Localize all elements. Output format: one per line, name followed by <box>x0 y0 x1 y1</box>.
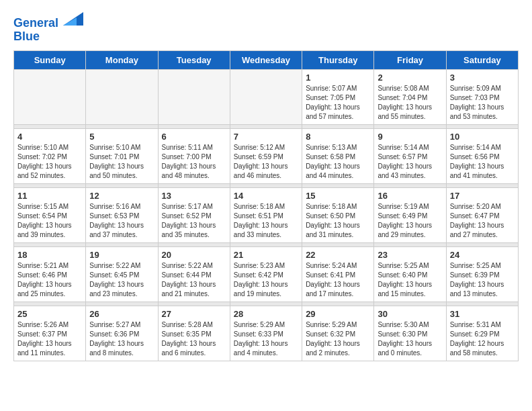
calendar-day: 28Sunrise: 5:29 AMSunset: 6:33 PMDayligh… <box>230 306 302 361</box>
day-info: Sunrise: 5:07 AMSunset: 7:05 PMDaylight:… <box>306 84 370 122</box>
day-info: Sunrise: 5:28 AMSunset: 6:35 PMDaylight:… <box>162 320 226 358</box>
day-number: 4 <box>17 132 82 142</box>
day-number: 23 <box>378 250 442 260</box>
day-info: Sunrise: 5:19 AMSunset: 6:49 PMDaylight:… <box>378 202 442 240</box>
day-number: 24 <box>450 250 515 260</box>
day-info: Sunrise: 5:25 AMSunset: 6:39 PMDaylight:… <box>450 261 515 299</box>
day-info: Sunrise: 5:15 AMSunset: 6:54 PMDaylight:… <box>17 202 82 240</box>
day-info: Sunrise: 5:26 AMSunset: 6:37 PMDaylight:… <box>17 320 82 358</box>
calendar-day <box>158 69 230 124</box>
day-number: 28 <box>234 309 298 319</box>
day-number: 18 <box>17 250 82 260</box>
logo: General Blue <box>13 13 83 44</box>
weekday-header-saturday: Saturday <box>446 50 518 69</box>
day-number: 15 <box>306 191 370 201</box>
day-info: Sunrise: 5:14 AMSunset: 6:57 PMDaylight:… <box>378 143 442 181</box>
calendar-day: 23Sunrise: 5:25 AMSunset: 6:40 PMDayligh… <box>374 246 446 302</box>
day-info: Sunrise: 5:10 AMSunset: 7:01 PMDaylight:… <box>89 143 154 181</box>
day-number: 6 <box>162 132 226 142</box>
day-info: Sunrise: 5:30 AMSunset: 6:30 PMDaylight:… <box>378 320 442 358</box>
calendar-day: 13Sunrise: 5:17 AMSunset: 6:52 PMDayligh… <box>158 187 230 242</box>
day-number: 31 <box>450 309 515 319</box>
day-number: 29 <box>306 309 370 319</box>
weekday-header-friday: Friday <box>374 50 446 69</box>
day-number: 8 <box>306 132 370 142</box>
calendar-day: 19Sunrise: 5:22 AMSunset: 6:45 PMDayligh… <box>86 246 158 302</box>
day-info: Sunrise: 5:27 AMSunset: 6:36 PMDaylight:… <box>89 320 154 358</box>
calendar-table: SundayMondayTuesdayWednesdayThursdayFrid… <box>13 50 519 361</box>
day-number: 21 <box>234 250 298 260</box>
day-info: Sunrise: 5:22 AMSunset: 6:44 PMDaylight:… <box>162 261 226 299</box>
day-info: Sunrise: 5:18 AMSunset: 6:51 PMDaylight:… <box>234 202 298 240</box>
weekday-header-monday: Monday <box>86 50 158 69</box>
weekday-header-sunday: Sunday <box>14 50 86 69</box>
day-info: Sunrise: 5:17 AMSunset: 6:52 PMDaylight:… <box>162 202 226 240</box>
day-number: 16 <box>378 191 442 201</box>
day-info: Sunrise: 5:24 AMSunset: 6:41 PMDaylight:… <box>306 261 370 299</box>
calendar-day: 3Sunrise: 5:09 AMSunset: 7:03 PMDaylight… <box>446 69 518 124</box>
day-number: 7 <box>234 132 298 142</box>
calendar-day: 1Sunrise: 5:07 AMSunset: 7:05 PMDaylight… <box>302 69 374 124</box>
day-info: Sunrise: 5:23 AMSunset: 6:42 PMDaylight:… <box>234 261 298 299</box>
day-info: Sunrise: 5:09 AMSunset: 7:03 PMDaylight:… <box>450 84 515 122</box>
weekday-header-thursday: Thursday <box>302 50 374 69</box>
day-number: 30 <box>378 309 442 319</box>
calendar-day: 5Sunrise: 5:10 AMSunset: 7:01 PMDaylight… <box>86 128 158 183</box>
day-info: Sunrise: 5:12 AMSunset: 6:59 PMDaylight:… <box>234 143 298 181</box>
calendar-day: 6Sunrise: 5:11 AMSunset: 7:00 PMDaylight… <box>158 128 230 183</box>
logo-icon <box>63 11 83 27</box>
day-number: 9 <box>378 132 442 142</box>
day-number: 5 <box>89 132 154 142</box>
day-number: 10 <box>450 132 515 142</box>
calendar-day: 16Sunrise: 5:19 AMSunset: 6:49 PMDayligh… <box>374 187 446 242</box>
day-number: 17 <box>450 191 515 201</box>
page-header: General Blue <box>13 13 519 44</box>
weekday-header-tuesday: Tuesday <box>158 50 230 69</box>
calendar-day: 22Sunrise: 5:24 AMSunset: 6:41 PMDayligh… <box>302 246 374 302</box>
calendar-day: 21Sunrise: 5:23 AMSunset: 6:42 PMDayligh… <box>230 246 302 302</box>
day-info: Sunrise: 5:11 AMSunset: 7:00 PMDaylight:… <box>162 143 226 181</box>
calendar-day: 15Sunrise: 5:18 AMSunset: 6:50 PMDayligh… <box>302 187 374 242</box>
calendar-day: 18Sunrise: 5:21 AMSunset: 6:46 PMDayligh… <box>14 246 86 302</box>
day-info: Sunrise: 5:25 AMSunset: 6:40 PMDaylight:… <box>378 261 442 299</box>
day-number: 26 <box>89 309 154 319</box>
calendar-day <box>86 69 158 124</box>
day-number: 19 <box>89 250 154 260</box>
day-info: Sunrise: 5:14 AMSunset: 6:56 PMDaylight:… <box>450 143 515 181</box>
calendar-day: 12Sunrise: 5:16 AMSunset: 6:53 PMDayligh… <box>86 187 158 242</box>
day-number: 1 <box>306 73 370 83</box>
calendar-day: 26Sunrise: 5:27 AMSunset: 6:36 PMDayligh… <box>86 306 158 361</box>
calendar-day: 31Sunrise: 5:31 AMSunset: 6:29 PMDayligh… <box>446 306 518 361</box>
calendar-week-5: 25Sunrise: 5:26 AMSunset: 6:37 PMDayligh… <box>14 306 519 361</box>
calendar-day: 4Sunrise: 5:10 AMSunset: 7:02 PMDaylight… <box>14 128 86 183</box>
weekday-header-row: SundayMondayTuesdayWednesdayThursdayFrid… <box>14 50 519 69</box>
calendar-day: 8Sunrise: 5:13 AMSunset: 6:58 PMDaylight… <box>302 128 374 183</box>
calendar-week-4: 18Sunrise: 5:21 AMSunset: 6:46 PMDayligh… <box>14 246 519 302</box>
calendar-day: 27Sunrise: 5:28 AMSunset: 6:35 PMDayligh… <box>158 306 230 361</box>
day-number: 22 <box>306 250 370 260</box>
calendar-day: 24Sunrise: 5:25 AMSunset: 6:39 PMDayligh… <box>446 246 518 302</box>
calendar-week-2: 4Sunrise: 5:10 AMSunset: 7:02 PMDaylight… <box>14 128 519 183</box>
day-info: Sunrise: 5:18 AMSunset: 6:50 PMDaylight:… <box>306 202 370 240</box>
calendar-day: 2Sunrise: 5:08 AMSunset: 7:04 PMDaylight… <box>374 69 446 124</box>
calendar-week-1: 1Sunrise: 5:07 AMSunset: 7:05 PMDaylight… <box>14 69 519 124</box>
calendar-day: 20Sunrise: 5:22 AMSunset: 6:44 PMDayligh… <box>158 246 230 302</box>
day-number: 14 <box>234 191 298 201</box>
day-info: Sunrise: 5:31 AMSunset: 6:29 PMDaylight:… <box>450 320 515 358</box>
calendar-day <box>230 69 302 124</box>
calendar-day <box>14 69 86 124</box>
calendar-day: 17Sunrise: 5:20 AMSunset: 6:47 PMDayligh… <box>446 187 518 242</box>
calendar-day: 10Sunrise: 5:14 AMSunset: 6:56 PMDayligh… <box>446 128 518 183</box>
calendar-day: 29Sunrise: 5:29 AMSunset: 6:32 PMDayligh… <box>302 306 374 361</box>
calendar-day: 11Sunrise: 5:15 AMSunset: 6:54 PMDayligh… <box>14 187 86 242</box>
day-number: 12 <box>89 191 154 201</box>
calendar-day: 14Sunrise: 5:18 AMSunset: 6:51 PMDayligh… <box>230 187 302 242</box>
day-info: Sunrise: 5:08 AMSunset: 7:04 PMDaylight:… <box>378 84 442 122</box>
day-number: 2 <box>378 73 442 83</box>
day-info: Sunrise: 5:21 AMSunset: 6:46 PMDaylight:… <box>17 261 82 299</box>
day-info: Sunrise: 5:29 AMSunset: 6:33 PMDaylight:… <box>234 320 298 358</box>
day-info: Sunrise: 5:20 AMSunset: 6:47 PMDaylight:… <box>450 202 515 240</box>
day-number: 3 <box>450 73 515 83</box>
day-number: 11 <box>17 191 82 201</box>
calendar-week-3: 11Sunrise: 5:15 AMSunset: 6:54 PMDayligh… <box>14 187 519 242</box>
